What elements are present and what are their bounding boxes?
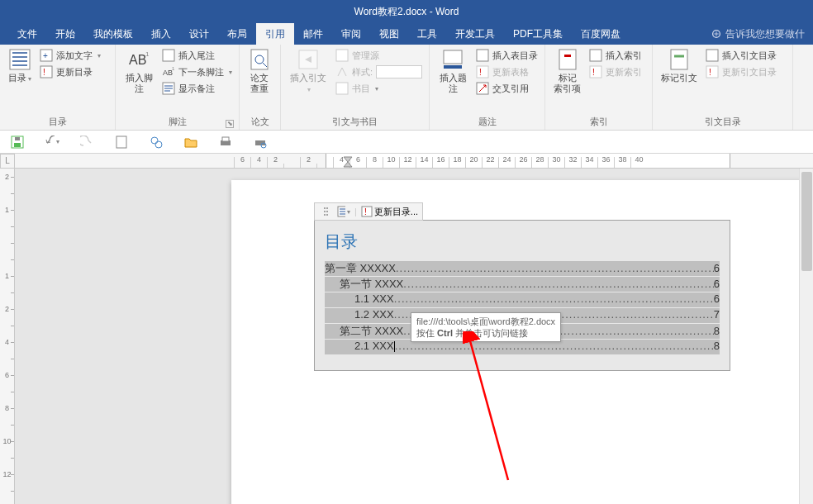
add-text-icon: + [40, 49, 53, 62]
vertical-scrollbar[interactable] [799, 169, 813, 504]
vertical-ruler[interactable]: 2112468101214 [0, 169, 15, 504]
redo-button[interactable] [79, 135, 94, 150]
svg-rect-35 [116, 136, 126, 148]
tab-tools[interactable]: 工具 [408, 23, 446, 45]
svg-text:AB: AB [129, 53, 146, 67]
bibliography-button[interactable]: 书目▾ [334, 81, 424, 96]
toc-update-button[interactable]: ! 更新目录... [360, 205, 419, 218]
toc-entry-text: 第一章 XXXXX [325, 261, 396, 276]
svg-rect-28 [671, 50, 687, 69]
insert-toa-icon [706, 49, 719, 62]
tab-references[interactable]: 引用 [256, 23, 294, 45]
svg-point-37 [155, 141, 162, 148]
undo-button[interactable]: ▾ [45, 135, 59, 150]
update-toc-button[interactable]: ! 更新目录 [38, 64, 102, 79]
new-doc-button[interactable] [114, 135, 129, 150]
footnote-launcher[interactable]: ⬊ [226, 120, 234, 128]
save-button[interactable] [10, 135, 25, 150]
update-toc-icon: ! [40, 65, 53, 78]
preview-button[interactable] [149, 135, 164, 150]
svg-point-42 [324, 207, 326, 209]
manage-sources-button[interactable]: 管理源 [334, 48, 424, 63]
toc-content: 目录 第一章 XXXXX............................… [315, 221, 730, 370]
svg-rect-34 [15, 137, 20, 140]
tooltip-hint: 按住 Ctrl 并单击可访问链接 [416, 327, 555, 339]
cross-reference-button[interactable]: 交叉引用 [474, 81, 540, 96]
toc-entry-page: 8 [714, 325, 720, 337]
tab-developer[interactable]: 开发工具 [446, 23, 504, 45]
svg-rect-33 [14, 143, 21, 147]
document-page[interactable]: ▾ | ! 更新目录... 目录 第一章 XXXXX..............… [231, 180, 813, 504]
fig-table-icon [476, 49, 489, 62]
add-text-button[interactable]: + 添加文字▾ [38, 48, 102, 63]
tab-my-templates[interactable]: 我的模板 [84, 23, 142, 45]
svg-rect-23 [559, 50, 576, 69]
tab-layout[interactable]: 布局 [218, 23, 256, 45]
tab-view[interactable]: 视图 [370, 23, 408, 45]
toc-button[interactable]: 目录▾ [3, 46, 36, 86]
insert-footnote-button[interactable]: AB1 插入脚注 [119, 46, 159, 96]
svg-text:!: ! [709, 68, 711, 77]
insert-index-button[interactable]: 插入索引 [587, 48, 644, 63]
tab-home[interactable]: 开始 [46, 23, 84, 45]
print-preview-button[interactable] [253, 135, 268, 150]
next-footnote-button[interactable]: AB1 下一条脚注▾ [160, 64, 234, 79]
toc-entry-page: 8 [714, 340, 720, 352]
toc-content-control[interactable]: ▾ | ! 更新目录... 目录 第一章 XXXXX..............… [314, 220, 730, 371]
update-table-button[interactable]: ! 更新表格 [474, 64, 540, 79]
toc-icon [8, 48, 31, 71]
ruler-corner: L [0, 154, 15, 169]
update-index-icon: ! [589, 65, 602, 78]
print-button[interactable] [218, 135, 233, 150]
quick-access-toolbar: ▾ [0, 131, 813, 154]
svg-rect-12 [251, 50, 268, 69]
toc-entry-page: 6 [714, 292, 720, 305]
toc-entry-text: 第一节 XXXX [340, 277, 403, 292]
update-index-button[interactable]: ! 更新索引 [587, 64, 644, 79]
insert-toa-button[interactable]: 插入引文目录 [704, 48, 778, 63]
update-toa-button[interactable]: ! 更新引文目录 [704, 64, 778, 79]
svg-point-43 [324, 211, 326, 212]
tab-mailings[interactable]: 邮件 [294, 23, 332, 45]
insert-figure-table-button[interactable]: 插入表目录 [474, 48, 540, 63]
insert-citation-button[interactable]: 插入引文▾ [284, 46, 332, 97]
insert-endnote-button[interactable]: 插入尾注 [160, 48, 234, 63]
index-icon [556, 48, 579, 71]
tab-insert[interactable]: 插入 [142, 23, 180, 45]
update-table-icon: ! [476, 65, 489, 78]
tab-file[interactable]: 文件 [8, 23, 46, 45]
toc-entry-page: 6 [714, 278, 720, 290]
svg-rect-16 [336, 83, 348, 94]
toc-entry[interactable]: 第一节 XXXX................................… [325, 277, 720, 292]
toc-leader-dots: ........................................… [396, 262, 714, 274]
tab-review[interactable]: 审阅 [332, 23, 370, 45]
bibliography-icon [335, 82, 349, 95]
toc-entry[interactable]: 第一章 XXXXX...............................… [325, 261, 720, 276]
footnote-icon: AB1 [127, 48, 150, 71]
insert-caption-button[interactable]: 插入题注 [433, 46, 473, 96]
toc-handle-icon[interactable] [318, 205, 333, 218]
tab-design[interactable]: 设计 [180, 23, 218, 45]
tab-pdf[interactable]: PDF工具集 [504, 23, 572, 45]
research-check-button[interactable]: 论文 查重 [243, 46, 276, 96]
tooltip-path: file:///d:\tools\桌面\word教程2.docx [416, 316, 555, 327]
endnote-icon [162, 49, 175, 62]
svg-point-44 [324, 214, 326, 216]
toc-entry[interactable]: 1.1 XXX.................................… [325, 292, 720, 307]
svg-rect-25 [590, 50, 601, 61]
tab-baidudisk[interactable]: 百度网盘 [572, 23, 630, 45]
citation-style-button[interactable]: 样式: [334, 64, 424, 79]
show-notes-icon [162, 82, 175, 95]
svg-text:1: 1 [145, 50, 150, 58]
svg-text:!: ! [479, 68, 482, 77]
mark-citation-button[interactable]: 标记引文 [656, 46, 702, 85]
svg-rect-24 [564, 55, 571, 57]
mark-index-entry-button[interactable]: 标记 索引项 [549, 46, 586, 96]
show-notes-button[interactable]: 显示备注 [160, 81, 234, 96]
tell-me-search[interactable]: 告诉我您想要做什 [702, 23, 813, 45]
open-button[interactable] [183, 135, 198, 150]
toc-entry-text: 1.2 XXX [354, 308, 394, 321]
toc-options-button[interactable]: ▾ [336, 205, 351, 218]
citation-style-input[interactable] [376, 65, 422, 78]
horizontal-ruler[interactable]: 642246810121416182022242628303234363840 [15, 154, 813, 169]
